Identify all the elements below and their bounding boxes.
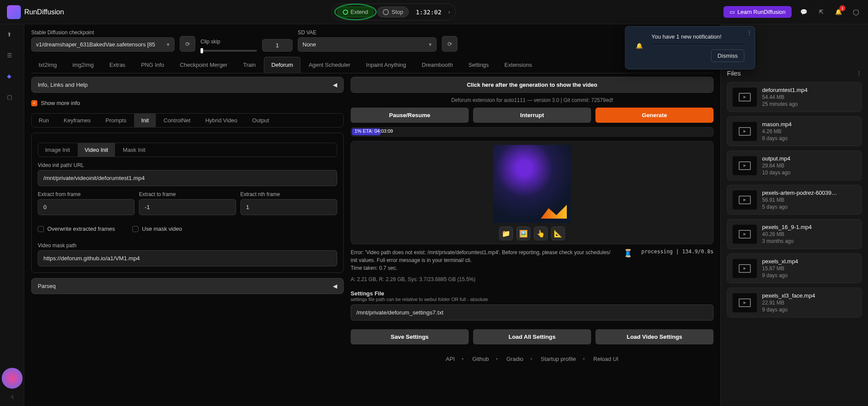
tab-dreambooth[interactable]: Dreambooth [414,57,460,73]
extract-nth-input[interactable] [240,199,337,215]
extract-from-input[interactable] [38,199,135,215]
file-item[interactable]: pexels-artem-podrez-60039… 56.91 MB 5 da… [727,185,862,215]
clip-value-input[interactable] [262,39,293,52]
show-more-checkbox[interactable] [31,100,37,106]
settings-file-input[interactable] [351,304,713,321]
subtab-keyframes[interactable]: Keyframes [57,114,98,127]
extend-button[interactable]: Extend [337,7,374,17]
file-item[interactable]: pexels_16_9-1.mp4 40.26 MB 3 months ago [727,219,862,249]
mask-path-input[interactable] [38,250,337,266]
subtab-output[interactable]: Output [245,114,276,127]
subtab-prompts[interactable]: Prompts [99,114,133,127]
overwrite-row[interactable]: Overwrite extracted frames [38,224,115,234]
inittab-image-init[interactable]: Image Init [38,143,77,157]
github-link[interactable]: Github [469,356,492,362]
api-link[interactable]: API [442,356,458,362]
chat-icon[interactable]: 💬 [799,7,809,17]
tab-inpaint-anything[interactable]: Inpaint Anything [358,57,414,73]
notif-kebab-icon[interactable]: ⋮ [746,29,752,36]
tab-extras[interactable]: Extras [102,57,133,73]
tab-checkpoint-merger[interactable]: Checkpoint Merger [172,57,235,73]
chevron-right-icon[interactable]: › [448,9,450,15]
processing-text: processing | 134.9/0.8s [641,249,713,255]
learn-label: Learn RunDiffusion [737,9,786,15]
files-kebab-icon[interactable]: ⋮ [856,70,862,76]
logo-icon [7,5,21,19]
tab-train[interactable]: Train [236,57,263,73]
init-tabs: Image InitVideo InitMask Init [38,143,337,157]
tab-agent-scheduler[interactable]: Agent Scheduler [301,57,358,73]
stitch-icon: 🧵 [623,249,633,258]
vae-select[interactable]: None [298,37,437,52]
startup-link[interactable]: Startup profile [537,356,579,362]
pause-button[interactable]: Pause/Resume [351,108,469,123]
generate-button[interactable]: Generate [595,108,713,123]
refresh-vae-button[interactable]: ⟳ [442,36,457,52]
window-icon[interactable]: ▢ [7,94,17,104]
image-button[interactable]: 🖼️ [516,226,530,240]
emoji-button[interactable]: 👆 [534,226,548,240]
video-thumb-icon [733,190,757,210]
file-item[interactable]: pexels_xl.mp4 15.67 MB 9 days ago [727,253,862,283]
save-settings-button[interactable]: Save Settings [351,329,469,344]
overwrite-checkbox[interactable] [38,226,44,232]
checkpoint-select[interactable]: v1/dreamshaper_631BakedVae.safetensors [… [31,37,174,52]
folder-button[interactable]: 📁 [499,226,513,240]
dismiss-button[interactable]: Dismiss [711,49,744,62]
subtab-controlnet[interactable]: ControlNet [157,114,197,127]
subtab-hybrid-video[interactable]: Hybrid Video [198,114,244,127]
file-item[interactable]: mason.mp4 4.26 MB 8 days ago [727,116,862,146]
reload-link[interactable]: Reload UI [590,356,622,362]
show-more-row[interactable]: Show more info [31,98,344,108]
interrupt-button[interactable]: Interrupt [473,108,591,123]
load-video-button[interactable]: Load Video Settings [595,329,713,344]
file-item[interactable]: deforumtest1.mp4 54.44 MB 25 minutes ago [727,82,862,112]
subtab-init[interactable]: Init [134,114,155,127]
subtab-run[interactable]: Run [32,114,56,127]
gradio-link[interactable]: Gradio [503,356,527,362]
tab-settings[interactable]: Settings [461,57,496,73]
info-panel-toggle[interactable]: Info, Links and Help ◀ [31,77,344,93]
show-more-label: Show more info [41,100,80,106]
use-mask-row[interactable]: Use mask video [132,224,182,234]
stop-icon [383,9,389,15]
collapse-left-icon-2: ◀ [333,283,337,289]
video-init-input[interactable] [38,170,337,186]
tab-txt2img[interactable]: txt2img [31,57,64,73]
preview-panel: 📁 🖼️ 👆 📐 [351,141,713,244]
refresh-checkpoint-button[interactable]: ⟳ [180,36,195,52]
stop-button[interactable]: Stop [377,7,409,17]
files-panel: Files ⋮ deforumtest1.mp4 54.44 MB 25 min… [720,24,868,406]
tab-deforum[interactable]: Deforum [264,57,300,73]
user-icon[interactable]: ◯ [851,7,861,17]
upload-icon[interactable]: ⬆ [7,31,17,42]
external-link-icon[interactable]: ⇱ [816,7,826,17]
extend-icon [343,10,348,15]
cube-icon[interactable]: ◆ [7,73,17,83]
parseq-toggle[interactable]: Parseq ◀ [31,278,344,294]
file-item[interactable]: pexels_xl3_face.mp4 22.91 MB 9 days ago [727,288,862,318]
stop-label: Stop [391,9,403,15]
server-icon[interactable]: ☰ [7,52,17,62]
expand-icon[interactable]: ›| [10,394,13,399]
topbar-right: ▭ Learn RunDiffusion 💬 ⇱ 🔔1 ◯ [723,6,861,18]
fab-button[interactable] [2,368,23,389]
inittab-video-init[interactable]: Video Init [78,143,115,157]
tab-png-info[interactable]: PNG Info [134,57,171,73]
time-taken: Time taken: 0.7 sec. [351,264,615,272]
file-item[interactable]: output.mp4 29.64 MB 10 days ago [727,151,862,180]
extract-to-input[interactable] [139,199,236,215]
use-mask-checkbox[interactable] [132,226,138,232]
tab-img2img[interactable]: img2img [65,57,101,73]
inittab-mask-init[interactable]: Mask Init [116,143,152,157]
tab-extensions[interactable]: Extensions [497,57,539,73]
show-video-banner[interactable]: Click here after the generation to show … [351,77,713,93]
brand-text: RunDiffusion [24,8,64,16]
clip-slider[interactable] [201,50,257,52]
load-all-button[interactable]: Load All Settings [473,329,591,344]
ruler-button[interactable]: 📐 [551,226,565,240]
bell-icon[interactable]: 🔔1 [833,7,844,17]
image-icon: 🖼️ [519,229,528,238]
learn-button[interactable]: ▭ Learn RunDiffusion [723,6,792,18]
logo[interactable]: RunDiffusion [7,5,64,19]
